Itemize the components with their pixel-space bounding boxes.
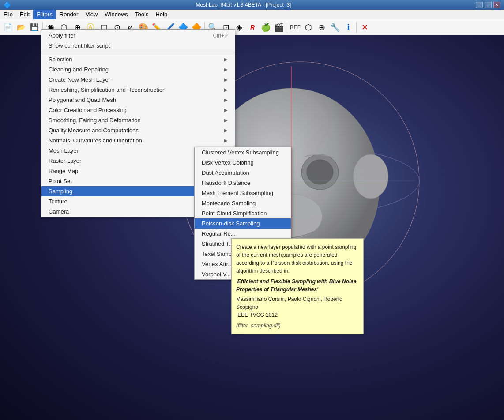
filter-color-label: Color Creation and Processing	[49, 107, 127, 113]
new-button[interactable]: 📄	[2, 21, 14, 34]
filter-smoothing-label: Smoothing, Fairing and Deformation	[49, 117, 141, 124]
filter-color[interactable]: Color Creation and Processing ▶	[41, 105, 235, 115]
apply-filter-item[interactable]: Apply filter Ctrl+P	[41, 30, 235, 41]
arrow-icon: ▶	[224, 67, 228, 72]
stratified-t-label: Stratified T...	[202, 240, 233, 247]
arrow-icon: ▶	[224, 87, 228, 92]
toolbar-btn-25[interactable]: 🔧	[329, 21, 341, 34]
tooltip: Create a new layer populated with a poin…	[231, 238, 364, 334]
menubar: File Edit Filters Render View Windows To…	[0, 10, 504, 19]
filter-cleaning[interactable]: Cleaning and Repairing ▶	[41, 64, 235, 75]
disk-vertex-item[interactable]: Disk Vertex Coloring	[195, 158, 291, 168]
toolbar-btn-23[interactable]: ⬡	[302, 21, 315, 34]
menu-filters[interactable]: Filters	[33, 10, 56, 19]
menu-help[interactable]: Help	[152, 10, 171, 19]
open-button[interactable]: 📂	[15, 21, 27, 34]
apply-filter-shortcut: Ctrl+P	[213, 33, 228, 39]
filter-camera-label: Camera	[49, 208, 69, 215]
menu-tools[interactable]: Tools	[132, 10, 152, 19]
tooltip-title: 'Efficient and Flexible Sampling with Bl…	[236, 278, 359, 293]
info-button[interactable]: ℹ	[342, 21, 354, 34]
filter-raster-layer-label: Raster Layer	[49, 158, 81, 164]
filter-remeshing[interactable]: Remeshing, Simplification and Reconstruc…	[41, 85, 235, 95]
filter-range-map-label: Range Map	[49, 168, 78, 174]
filter-polygonal-label: Polygonal and Quad Mesh	[49, 97, 116, 103]
toolbar-btn-24[interactable]: ⊕	[316, 21, 328, 34]
filter-polygonal[interactable]: Polygonal and Quad Mesh ▶	[41, 95, 235, 105]
menu-separator	[41, 53, 235, 53]
toolbar-btn-22[interactable]: REF	[289, 21, 301, 34]
filter-quality-label: Quality Measure and Computations	[49, 127, 139, 134]
menu-windows[interactable]: Windows	[101, 10, 132, 19]
voronoi-v-label: Voronoi V...	[202, 271, 231, 278]
hausdorff-label: Hausdorff Distance	[202, 180, 250, 186]
filter-selection[interactable]: Selection ▶	[41, 54, 235, 64]
tooltip-description: Create a new layer populated with a poin…	[236, 243, 359, 275]
tooltip-authors: Massimiliano Corsini, Paolo Cignoni, Rob…	[236, 295, 359, 311]
toolbar-separator-3	[287, 22, 287, 33]
maximize-button[interactable]: □	[485, 2, 492, 8]
filter-remeshing-label: Remeshing, Simplification and Reconstruc…	[49, 86, 165, 93]
window-title: MeshLab_64bit v1.3.4BETA - [Project_3]	[11, 2, 476, 8]
save-button[interactable]: 💾	[28, 21, 41, 34]
menu-view[interactable]: View	[82, 10, 101, 19]
menu-render[interactable]: Render	[56, 10, 82, 19]
filter-normals-label: Normals, Curvatures and Orientation	[49, 137, 142, 144]
dust-accum-item[interactable]: Dust Accumulation	[195, 168, 291, 178]
clustered-vertex-item[interactable]: Clustered Vertex Subsampling	[195, 147, 291, 158]
filter-create-mesh[interactable]: Create New Mesh Layer ▶	[41, 75, 235, 85]
filter-point-set-label: Point Set	[49, 178, 72, 184]
app-icon: 🔷	[4, 1, 11, 8]
titlebar: 🔷 MeshLab_64bit v1.3.4BETA - [Project_3]…	[0, 0, 504, 10]
arrow-icon: ▶	[224, 108, 228, 112]
minimize-button[interactable]: _	[476, 2, 483, 8]
close-button[interactable]: ✕	[493, 2, 500, 8]
arrow-icon: ▶	[224, 77, 228, 82]
show-filter-script-item[interactable]: Show current filter script	[41, 41, 235, 51]
arrow-icon: ▶	[224, 57, 228, 62]
point-cloud-item[interactable]: Point Cloud Simplification	[195, 208, 291, 218]
filter-mesh-layer-label: Mesh Layer	[49, 147, 79, 154]
vertex-attr-label: Vertex Attr...	[202, 261, 233, 267]
filter-selection-label: Selection	[49, 56, 72, 63]
tooltip-journal: IEEE TVCG 2012	[236, 311, 359, 319]
arrow-icon: ▶	[224, 128, 228, 133]
close-tool-button[interactable]: ✕	[358, 21, 371, 34]
hausdorff-item[interactable]: Hausdorff Distance	[195, 178, 291, 188]
montecarlo-item[interactable]: Montecarlo Sampling	[195, 198, 291, 208]
show-filter-script-label: Show current filter script	[49, 42, 110, 49]
toolbar-btn-20[interactable]: 🍏	[260, 21, 272, 34]
poisson-disk-item[interactable]: Poisson-disk Sampling	[195, 218, 291, 229]
filter-sampling-label: Sampling	[49, 188, 72, 195]
filter-top-section: Apply filter Ctrl+P Show current filter …	[41, 30, 235, 52]
regular-re-label: Regular Re...	[202, 230, 236, 237]
menu-edit[interactable]: Edit	[16, 10, 33, 19]
filter-normals[interactable]: Normals, Curvatures and Orientation ▶	[41, 135, 235, 146]
filter-quality[interactable]: Quality Measure and Computations ▶	[41, 125, 235, 135]
arrow-icon: ▶	[224, 138, 228, 143]
mesh-element-label: Mesh Element Subsampling	[202, 190, 273, 196]
regular-re-item[interactable]: Regular Re...	[195, 229, 291, 239]
arrow-icon: ▶	[224, 98, 228, 102]
clustered-vertex-label: Clustered Vertex Subsampling	[202, 149, 279, 156]
svg-point-4	[353, 154, 388, 199]
apply-filter-label: Apply filter	[49, 32, 75, 39]
arrow-icon: ▶	[224, 118, 228, 123]
mesh-element-item[interactable]: Mesh Element Subsampling	[195, 188, 291, 198]
poisson-disk-label: Poisson-disk Sampling	[202, 220, 260, 227]
menu-file[interactable]: File	[0, 10, 16, 19]
dust-accum-label: Dust Accumulation	[202, 169, 249, 176]
toolbar-btn-19[interactable]: R	[246, 21, 259, 34]
disk-vertex-label: Disk Vertex Coloring	[202, 159, 254, 166]
svg-point-8	[307, 160, 333, 184]
toolbar-btn-21[interactable]: 🎬	[273, 21, 285, 34]
filter-create-mesh-label: Create New Mesh Layer	[49, 76, 110, 83]
filter-smoothing[interactable]: Smoothing, Fairing and Deformation ▶	[41, 115, 235, 125]
toolbar-separator-4	[356, 22, 357, 33]
point-cloud-label: Point Cloud Simplification	[202, 210, 267, 217]
montecarlo-label: Montecarlo Sampling	[202, 200, 256, 206]
filter-texture-label: Texture	[49, 198, 68, 205]
window-controls: _ □ ✕	[476, 2, 500, 8]
filter-cleaning-label: Cleaning and Repairing	[49, 66, 109, 73]
tooltip-dll: (filter_sampling.dll)	[236, 322, 359, 330]
